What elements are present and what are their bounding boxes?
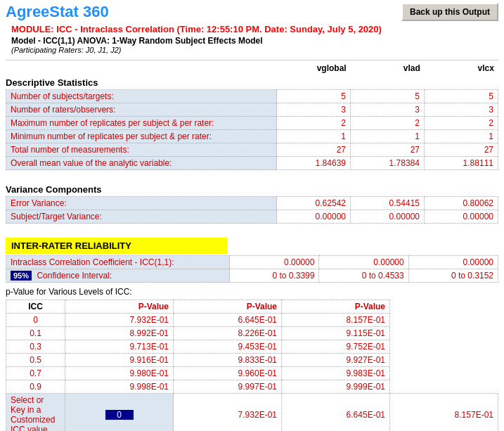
ci-v3: 0 to 0.3152 (408, 269, 498, 283)
var-v1-1: 0.00000 (277, 210, 351, 224)
desc-label-1: Number of raters/observers: (6, 103, 277, 117)
ci-badge: 95% (11, 271, 32, 281)
module-line: MODULE: ICC - Intraclass Correlation (Ti… (6, 24, 498, 36)
desc-row: Maximum number of replicates per subject… (6, 117, 498, 130)
backup-button[interactable]: Back up this Output (401, 3, 498, 21)
desc-label-3: Minimum number of replicates per subject… (6, 130, 277, 143)
custom-row-label: Select or Key in a Customized ICC value (6, 394, 65, 432)
var-label-1: Subject/Target Variance: (6, 210, 277, 224)
var-row: Error Variance: 0.62542 0.54415 0.80062 (6, 197, 498, 210)
col-header-vlcx: vlcx (425, 63, 498, 73)
pvalue-label: p-Value for Various Levels of ICC: (6, 285, 498, 298)
ci-v2: 0 to 0.4533 (319, 269, 408, 283)
pvalue-row: 0.7 9.980E-01 9.960E-01 9.983E-01 (6, 367, 498, 380)
var-v3-1: 0.00000 (425, 210, 498, 224)
ci-label: Confidence Interval: (37, 271, 112, 281)
desc-v1-2: 2 (277, 117, 351, 130)
pval-p3-4: 9.983E-01 (282, 367, 390, 380)
pval-p2-0: 6.645E-01 (174, 314, 282, 327)
col-header-vlad: vlad (351, 63, 425, 73)
desc-v2-1: 3 (351, 103, 425, 117)
desc-row: Overall mean value of the analytic varia… (6, 157, 498, 170)
pval-p1-0: 7.932E-01 (65, 314, 174, 327)
desc-row: Number of raters/observers: 3 3 3 (6, 103, 498, 117)
pvalue-p3-header: P-Value (282, 300, 390, 314)
pval-p2-2: 9.453E-01 (174, 340, 282, 354)
pvalue-p2-header: P-Value (174, 300, 282, 314)
pval-icc-5: 0.9 (6, 380, 65, 394)
raters-line: (Participating Raters: J0, J1, J2) (6, 46, 498, 57)
desc-v2-2: 2 (351, 117, 425, 130)
desc-v2-0: 5 (351, 90, 425, 103)
desc-v3-1: 3 (425, 103, 498, 117)
pval-p2-1: 8.226E-01 (174, 327, 282, 340)
ci-v1: 0 to 0.3399 (230, 269, 319, 283)
descriptive-stats-title: Descriptive Statistics (0, 73, 504, 89)
desc-v2-5: 1.78384 (351, 157, 425, 170)
custom-p3: 8.157E-01 (390, 394, 498, 432)
pvalue-row: 0.5 9.916E-01 9.833E-01 9.927E-01 (6, 354, 498, 367)
ci-row: 95% Confidence Interval: 0 to 0.3399 0 t… (6, 269, 498, 283)
pvalue-p1-header: P-Value (65, 300, 174, 314)
icc-v3: 0.00000 (408, 256, 498, 269)
variance-components-title: Variance Components (0, 180, 504, 196)
pval-icc-1: 0.1 (6, 327, 65, 340)
desc-v1-5: 1.84639 (277, 157, 351, 170)
descriptive-stats-table: Number of subjects/targets: 5 5 5 Number… (6, 89, 498, 170)
pval-p3-0: 8.157E-01 (282, 314, 390, 327)
pval-icc-2: 0.3 (6, 340, 65, 354)
desc-v1-3: 1 (277, 130, 351, 143)
icc-row: Intraclass Correlation Coefficient - ICC… (6, 256, 498, 269)
pval-icc-0: 0 (6, 314, 65, 327)
pval-p3-5: 9.999E-01 (282, 380, 390, 394)
custom-icc-input[interactable] (105, 410, 134, 420)
desc-v1-4: 27 (277, 143, 351, 157)
inter-rater-title: INTER-RATER RELIABILITY (6, 238, 227, 254)
desc-v3-4: 27 (425, 143, 498, 157)
desc-label-5: Overall mean value of the analytic varia… (6, 157, 277, 170)
variance-table: Error Variance: 0.62542 0.54415 0.80062 … (6, 196, 498, 224)
custom-p2: 6.645E-01 (282, 394, 390, 432)
desc-row: Minimum number of replicates per subject… (6, 130, 498, 143)
pval-p3-2: 9.752E-01 (282, 340, 390, 354)
model-line: Model - ICC(1,1) ANOVA: 1-Way Random Sub… (6, 36, 498, 46)
var-v2-1: 0.00000 (351, 210, 425, 224)
var-v2-0: 0.54415 (351, 197, 425, 210)
col-header-vglobal: vglobal (277, 63, 351, 73)
desc-v1-0: 5 (277, 90, 351, 103)
pvalue-row: 0.1 8.992E-01 8.226E-01 9.115E-01 (6, 327, 498, 340)
pval-p1-1: 8.992E-01 (65, 327, 174, 340)
desc-v1-1: 3 (277, 103, 351, 117)
desc-v3-2: 2 (425, 117, 498, 130)
custom-row: Select or Key in a Customized ICC value … (6, 394, 498, 432)
pvalue-header-row: ICC P-Value P-Value P-Value (6, 300, 498, 314)
icc-v2: 0.00000 (319, 256, 408, 269)
icc-table: Intraclass Correlation Coefficient - ICC… (6, 255, 498, 283)
pval-p1-2: 9.713E-01 (65, 340, 174, 354)
var-label-0: Error Variance: (6, 197, 277, 210)
pvalue-row: 0.9 9.998E-01 9.997E-01 9.999E-01 (6, 380, 498, 394)
desc-v3-0: 5 (425, 90, 498, 103)
app-title: AgreeStat 360 (6, 3, 109, 21)
var-v3-0: 0.80062 (425, 197, 498, 210)
pval-p1-3: 9.916E-01 (65, 354, 174, 367)
header: AgreeStat 360 Back up this Output (0, 0, 504, 24)
pval-p1-5: 9.998E-01 (65, 380, 174, 394)
pval-p2-3: 9.833E-01 (174, 354, 282, 367)
desc-label-2: Maximum number of replicates per subject… (6, 117, 277, 130)
desc-v2-4: 27 (351, 143, 425, 157)
pval-p1-4: 9.980E-01 (65, 367, 174, 380)
desc-row: Total number of measurements: 27 27 27 (6, 143, 498, 157)
ci-label-cell: 95% Confidence Interval: (6, 269, 230, 283)
desc-row: Number of subjects/targets: 5 5 5 (6, 90, 498, 103)
desc-v3-3: 1 (425, 130, 498, 143)
custom-input-cell[interactable] (65, 394, 174, 432)
desc-v3-5: 1.88111 (425, 157, 498, 170)
desc-v2-3: 1 (351, 130, 425, 143)
var-row: Subject/Target Variance: 0.00000 0.00000… (6, 210, 498, 224)
pval-icc-4: 0.7 (6, 367, 65, 380)
pvalue-row: 0 7.932E-01 6.645E-01 8.157E-01 (6, 314, 498, 327)
pval-p3-3: 9.927E-01 (282, 354, 390, 367)
icc-label: Intraclass Correlation Coefficient - ICC… (6, 256, 230, 269)
pval-icc-3: 0.5 (6, 354, 65, 367)
